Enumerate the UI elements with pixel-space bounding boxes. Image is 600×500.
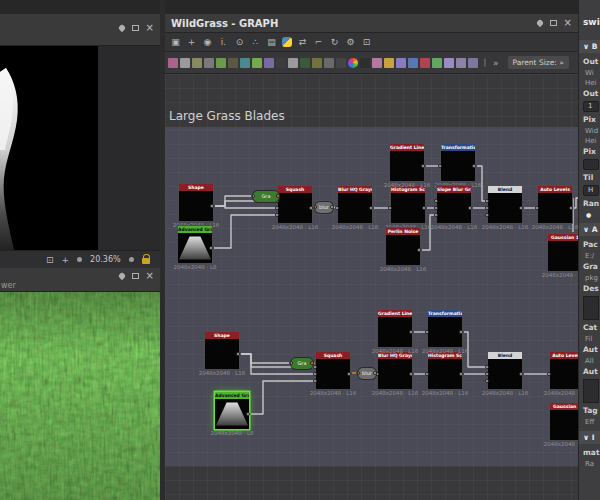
graph-node-t2d-t[interactable]: Transformation 2D2048x2048 · L16 (441, 144, 475, 181)
swap-icon[interactable]: ⇄ (297, 37, 308, 48)
pin-icon[interactable] (535, 19, 543, 27)
node-port[interactable] (417, 248, 421, 252)
lock-icon[interactable] (142, 258, 150, 264)
node-port[interactable] (291, 361, 293, 365)
prop-field[interactable]: 1 (583, 101, 599, 112)
node-port[interactable] (485, 199, 489, 203)
atomic-node-button-19[interactable] (396, 58, 406, 68)
pan-icon[interactable]: + (62, 255, 70, 265)
graph-node-slope-t[interactable]: Slope Blur Grayscale2048x2048 · L16 (437, 186, 471, 223)
node-port[interactable] (485, 372, 489, 376)
export-icon[interactable]: ⊡ (361, 37, 372, 48)
dot-button-icon[interactable] (77, 257, 82, 262)
python-icon[interactable] (282, 37, 292, 47)
close-icon[interactable]: × (564, 20, 572, 26)
graph-node-shape-t[interactable]: Shape2048x2048 · L16 (179, 184, 213, 221)
graph-node-blend-t[interactable]: Blend2048x2048 · L16 (488, 186, 522, 223)
atomic-node-button-23[interactable] (444, 58, 454, 68)
graph-node-advgrad-b[interactable]: Advanced Gradient2048x2048 · L8 (215, 392, 249, 429)
node-port[interactable] (434, 199, 438, 203)
node-port[interactable] (358, 371, 360, 375)
grass-texture-view[interactable] (0, 292, 160, 500)
float-window-icon[interactable] (550, 20, 557, 26)
graph-node-squash-b[interactable]: Squash2048x2048 · L16 (316, 352, 350, 389)
graph-canvas[interactable]: Large Grass Blades Shape2048x2048 · L16A… (165, 74, 578, 500)
atomic-node-button-4[interactable] (216, 58, 226, 68)
node-port[interactable] (472, 164, 476, 168)
graph-node-shape-b[interactable]: Shape2048x2048 · L16 (205, 332, 239, 369)
float-window-icon[interactable] (132, 25, 139, 31)
node-port[interactable] (468, 206, 472, 210)
atomic-node-button-11[interactable] (300, 58, 310, 68)
node-port[interactable] (310, 361, 313, 365)
toolbar-overflow-icon[interactable]: » (493, 58, 499, 68)
node-port[interactable] (275, 213, 279, 217)
node-port[interactable] (335, 206, 339, 210)
tools-icon[interactable]: ⚙ (345, 37, 356, 48)
value-pill-node-pill-blur-t[interactable]: blur (315, 202, 333, 213)
node-port[interactable] (309, 206, 313, 210)
graph-node-t2d-b[interactable]: Transformation 2D2048x2048 · L16 (428, 310, 462, 347)
node-port[interactable] (425, 330, 429, 334)
node-port[interactable] (421, 164, 425, 168)
node-port[interactable] (459, 330, 463, 334)
comment-icon[interactable] (484, 58, 486, 67)
atomic-node-button-6[interactable] (240, 58, 250, 68)
node-port[interactable] (275, 206, 279, 210)
node-port[interactable] (422, 206, 426, 210)
atomic-node-button-0[interactable] (168, 58, 178, 68)
atomic-node-button-10[interactable] (288, 58, 298, 68)
graph-node-advgrad-t[interactable]: Advanced Gradient2048x2048 · L8 (178, 226, 212, 263)
graph-node-squash-t[interactable]: Squash2048x2048 · L16 (278, 186, 312, 223)
node-port[interactable] (313, 379, 317, 383)
atomic-node-button-15[interactable] (348, 58, 358, 68)
node-port[interactable] (236, 352, 240, 356)
atomic-node-button-24[interactable] (456, 58, 466, 68)
share-icon[interactable]: ∴ (250, 37, 261, 48)
node-port[interactable] (330, 205, 333, 209)
graph-node-perlin-t[interactable]: Perlin Noise2048x2048 · L16 (386, 228, 420, 265)
node-port[interactable] (485, 213, 489, 217)
graph-node-hist-b[interactable]: Histogram Scan2048x2048 · L16 (428, 352, 462, 389)
atomic-node-button-22[interactable] (432, 58, 442, 68)
atomic-node-button-25[interactable] (468, 58, 478, 68)
node-port[interactable] (313, 372, 317, 376)
node-port[interactable] (535, 206, 539, 210)
value-pill-node-pill-gra-t[interactable]: Gra (253, 191, 279, 202)
float-window-icon[interactable] (132, 273, 139, 279)
prop-section[interactable]: ∨ A (579, 223, 600, 236)
prop-field[interactable]: H (583, 185, 599, 196)
node-port[interactable] (276, 194, 279, 198)
node-port[interactable] (210, 204, 214, 208)
value-pill-node-pill-blur-b[interactable]: blur (358, 368, 376, 379)
node-port[interactable] (253, 194, 255, 198)
node-port[interactable] (369, 206, 373, 210)
view2d-canvas[interactable] (0, 46, 160, 250)
node-port[interactable] (434, 206, 438, 210)
atomic-node-button-21[interactable] (420, 58, 430, 68)
graph-node-blend-b[interactable]: Blend2048x2048 · L16 (488, 352, 522, 389)
parent-size-button[interactable]: Parent Size: » (508, 56, 569, 69)
prop-section[interactable]: ∨ I (579, 431, 600, 444)
atomic-node-button-18[interactable] (384, 58, 394, 68)
image-icon[interactable]: ▤ (266, 37, 277, 48)
node-port[interactable] (373, 371, 376, 375)
rotate-icon[interactable]: ↻ (329, 37, 340, 48)
atomic-node-button-9[interactable] (276, 58, 286, 68)
node-port[interactable] (425, 372, 429, 376)
node-port[interactable] (485, 206, 489, 210)
node-port[interactable] (438, 164, 442, 168)
prop-section[interactable]: ∨ B (579, 40, 600, 53)
atomic-node-button-17[interactable] (372, 58, 382, 68)
node-port[interactable] (519, 206, 523, 210)
prop-field[interactable] (583, 159, 599, 170)
atomic-node-button-16[interactable] (360, 58, 370, 68)
graph-node-dots-b[interactable]: Gaussian 22048x2048 · L16 (550, 403, 578, 440)
atomic-node-button-14[interactable] (336, 58, 346, 68)
node-port[interactable] (209, 246, 213, 250)
graph-node-gauss-t[interactable]: Gaussian 12048x2048 · L16 (548, 234, 578, 271)
graph-node-auto-b[interactable]: Auto Levels2048x2048 · L16 (550, 352, 578, 389)
node-port[interactable] (547, 372, 551, 376)
graph-node-gradlin-b[interactable]: Gradient Linear 12048x2048 · L16 (378, 310, 412, 347)
pin-icon[interactable] (117, 24, 125, 32)
